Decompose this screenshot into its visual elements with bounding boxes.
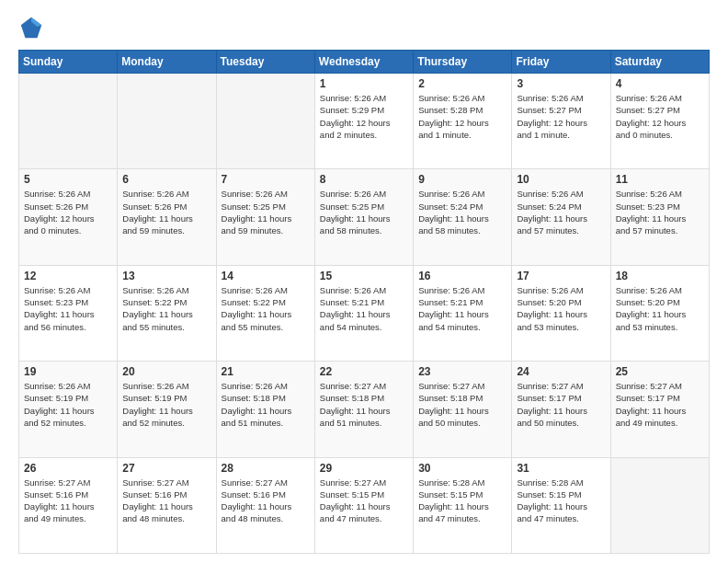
calendar-cell: 22Sunrise: 5:27 AM Sunset: 5:18 PM Dayli… [314, 362, 413, 457]
day-number: 2 [418, 77, 506, 90]
calendar-cell: 18Sunrise: 5:26 AM Sunset: 5:20 PM Dayli… [610, 265, 709, 361]
day-number: 14 [222, 270, 310, 282]
weekday-header: SundayMondayTuesdayWednesdayThursdayFrid… [19, 51, 710, 74]
day-number: 8 [320, 173, 408, 186]
day-info: Sunrise: 5:26 AM Sunset: 5:26 PM Dayligh… [24, 188, 112, 236]
calendar-cell: 14Sunrise: 5:26 AM Sunset: 5:22 PM Dayli… [216, 265, 314, 361]
day-number: 12 [24, 270, 112, 282]
calendar-cell [19, 74, 118, 169]
day-number: 15 [320, 270, 408, 282]
day-info: Sunrise: 5:26 AM Sunset: 5:19 PM Dayligh… [24, 380, 112, 429]
day-number: 25 [616, 365, 704, 378]
day-info: Sunrise: 5:26 AM Sunset: 5:22 PM Dayligh… [222, 284, 310, 333]
day-info: Sunrise: 5:28 AM Sunset: 5:15 PM Dayligh… [517, 477, 605, 525]
calendar-cell: 28Sunrise: 5:27 AM Sunset: 5:16 PM Dayli… [216, 457, 314, 553]
calendar-cell: 16Sunrise: 5:26 AM Sunset: 5:21 PM Dayli… [414, 265, 512, 361]
day-info: Sunrise: 5:26 AM Sunset: 5:20 PM Dayligh… [616, 284, 704, 333]
calendar-cell: 11Sunrise: 5:26 AM Sunset: 5:23 PM Dayli… [610, 169, 709, 265]
day-number: 17 [517, 270, 605, 282]
day-info: Sunrise: 5:27 AM Sunset: 5:16 PM Dayligh… [122, 477, 210, 525]
day-number: 28 [222, 462, 310, 475]
day-number: 30 [418, 462, 506, 475]
logo [18, 15, 48, 40]
day-info: Sunrise: 5:27 AM Sunset: 5:16 PM Dayligh… [24, 477, 112, 525]
day-info: Sunrise: 5:26 AM Sunset: 5:23 PM Dayligh… [24, 284, 112, 333]
calendar-cell: 9Sunrise: 5:26 AM Sunset: 5:24 PM Daylig… [414, 169, 512, 265]
day-number: 11 [616, 173, 704, 186]
day-info: Sunrise: 5:26 AM Sunset: 5:22 PM Dayligh… [122, 284, 210, 333]
day-number: 9 [418, 173, 506, 186]
calendar-week-3: 12Sunrise: 5:26 AM Sunset: 5:23 PM Dayli… [19, 265, 710, 361]
calendar-cell: 31Sunrise: 5:28 AM Sunset: 5:15 PM Dayli… [512, 457, 610, 553]
day-info: Sunrise: 5:26 AM Sunset: 5:27 PM Dayligh… [616, 92, 704, 141]
day-number: 23 [418, 365, 506, 378]
day-info: Sunrise: 5:26 AM Sunset: 5:28 PM Dayligh… [418, 92, 506, 141]
calendar-cell [610, 457, 709, 553]
day-number: 29 [320, 462, 408, 475]
day-number: 20 [122, 365, 210, 378]
weekday-header-thursday: Thursday [414, 51, 512, 74]
day-info: Sunrise: 5:26 AM Sunset: 5:25 PM Dayligh… [320, 188, 408, 236]
calendar-cell: 27Sunrise: 5:27 AM Sunset: 5:16 PM Dayli… [118, 457, 216, 553]
calendar-cell: 6Sunrise: 5:26 AM Sunset: 5:26 PM Daylig… [118, 169, 216, 265]
calendar-cell: 2Sunrise: 5:26 AM Sunset: 5:28 PM Daylig… [414, 74, 512, 169]
day-number: 22 [320, 365, 408, 378]
day-number: 27 [122, 462, 210, 475]
weekday-header-sunday: Sunday [19, 51, 118, 74]
calendar-cell: 8Sunrise: 5:26 AM Sunset: 5:25 PM Daylig… [314, 169, 413, 265]
calendar-cell: 10Sunrise: 5:26 AM Sunset: 5:24 PM Dayli… [512, 169, 610, 265]
calendar-cell: 24Sunrise: 5:27 AM Sunset: 5:17 PM Dayli… [512, 362, 610, 457]
logo-icon [18, 15, 44, 40]
day-number: 21 [222, 365, 310, 378]
day-info: Sunrise: 5:26 AM Sunset: 5:27 PM Dayligh… [517, 92, 605, 141]
calendar-cell: 19Sunrise: 5:26 AM Sunset: 5:19 PM Dayli… [19, 362, 118, 457]
day-info: Sunrise: 5:26 AM Sunset: 5:24 PM Dayligh… [517, 188, 605, 236]
calendar-cell: 26Sunrise: 5:27 AM Sunset: 5:16 PM Dayli… [19, 457, 118, 553]
day-info: Sunrise: 5:26 AM Sunset: 5:23 PM Dayligh… [616, 188, 704, 236]
calendar-cell: 4Sunrise: 5:26 AM Sunset: 5:27 PM Daylig… [610, 74, 709, 169]
day-number: 16 [418, 270, 506, 282]
day-info: Sunrise: 5:26 AM Sunset: 5:26 PM Dayligh… [122, 188, 210, 236]
calendar-cell: 3Sunrise: 5:26 AM Sunset: 5:27 PM Daylig… [512, 74, 610, 169]
day-info: Sunrise: 5:27 AM Sunset: 5:17 PM Dayligh… [517, 380, 605, 429]
day-number: 19 [24, 365, 112, 378]
day-number: 1 [320, 77, 408, 90]
day-number: 13 [122, 270, 210, 282]
weekday-header-monday: Monday [118, 51, 216, 74]
calendar-week-5: 26Sunrise: 5:27 AM Sunset: 5:16 PM Dayli… [19, 457, 710, 553]
day-info: Sunrise: 5:26 AM Sunset: 5:29 PM Dayligh… [320, 92, 408, 141]
weekday-header-tuesday: Tuesday [216, 51, 314, 74]
day-info: Sunrise: 5:26 AM Sunset: 5:20 PM Dayligh… [517, 284, 605, 333]
calendar-cell: 12Sunrise: 5:26 AM Sunset: 5:23 PM Dayli… [19, 265, 118, 361]
calendar-cell: 25Sunrise: 5:27 AM Sunset: 5:17 PM Dayli… [610, 362, 709, 457]
day-info: Sunrise: 5:28 AM Sunset: 5:15 PM Dayligh… [418, 477, 506, 525]
day-number: 18 [616, 270, 704, 282]
calendar-cell: 23Sunrise: 5:27 AM Sunset: 5:18 PM Dayli… [414, 362, 512, 457]
day-info: Sunrise: 5:26 AM Sunset: 5:25 PM Dayligh… [222, 188, 310, 236]
calendar-week-1: 1Sunrise: 5:26 AM Sunset: 5:29 PM Daylig… [19, 74, 710, 169]
day-number: 5 [24, 173, 112, 186]
day-number: 10 [517, 173, 605, 186]
calendar-cell: 13Sunrise: 5:26 AM Sunset: 5:22 PM Dayli… [118, 265, 216, 361]
weekday-header-wednesday: Wednesday [314, 51, 413, 74]
day-info: Sunrise: 5:26 AM Sunset: 5:21 PM Dayligh… [418, 284, 506, 333]
day-number: 26 [24, 462, 112, 475]
day-info: Sunrise: 5:26 AM Sunset: 5:19 PM Dayligh… [122, 380, 210, 429]
calendar-cell: 5Sunrise: 5:26 AM Sunset: 5:26 PM Daylig… [19, 169, 118, 265]
weekday-header-friday: Friday [512, 51, 610, 74]
day-info: Sunrise: 5:27 AM Sunset: 5:18 PM Dayligh… [320, 380, 408, 429]
page: SundayMondayTuesdayWednesdayThursdayFrid… [0, 0, 728, 563]
calendar-week-4: 19Sunrise: 5:26 AM Sunset: 5:19 PM Dayli… [19, 362, 710, 457]
calendar-cell: 15Sunrise: 5:26 AM Sunset: 5:21 PM Dayli… [314, 265, 413, 361]
day-number: 24 [517, 365, 605, 378]
calendar-cell: 20Sunrise: 5:26 AM Sunset: 5:19 PM Dayli… [118, 362, 216, 457]
day-info: Sunrise: 5:27 AM Sunset: 5:18 PM Dayligh… [418, 380, 506, 429]
day-info: Sunrise: 5:26 AM Sunset: 5:18 PM Dayligh… [222, 380, 310, 429]
day-info: Sunrise: 5:26 AM Sunset: 5:24 PM Dayligh… [418, 188, 506, 236]
calendar-cell: 30Sunrise: 5:28 AM Sunset: 5:15 PM Dayli… [414, 457, 512, 553]
calendar-week-2: 5Sunrise: 5:26 AM Sunset: 5:26 PM Daylig… [19, 169, 710, 265]
header [18, 15, 710, 40]
calendar-cell [118, 74, 216, 169]
calendar-cell: 1Sunrise: 5:26 AM Sunset: 5:29 PM Daylig… [314, 74, 413, 169]
day-info: Sunrise: 5:27 AM Sunset: 5:15 PM Dayligh… [320, 477, 408, 525]
